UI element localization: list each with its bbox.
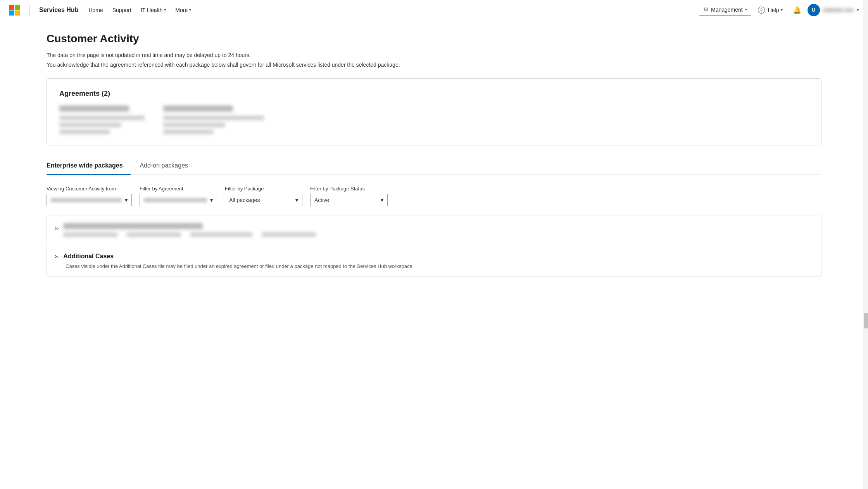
filters-row: Viewing Customer Activity from Filter by… bbox=[47, 186, 821, 206]
svg-rect-0 bbox=[9, 5, 14, 10]
agreement-1-line1 bbox=[59, 116, 145, 120]
filter-status-label: Filter by Package Status bbox=[310, 186, 388, 192]
navigation: Services Hub Home Support IT Health More… bbox=[0, 0, 868, 20]
bell-icon: 🔔 bbox=[793, 6, 801, 14]
filter-agreement-chevron-icon bbox=[210, 197, 213, 203]
package-expand-icon: › bbox=[55, 224, 59, 232]
additional-cases-expand-icon: › bbox=[55, 252, 59, 260]
logo-area: Services Hub bbox=[9, 5, 78, 16]
help-circle-icon: ? bbox=[758, 7, 765, 14]
svg-rect-2 bbox=[9, 10, 14, 16]
agreement-2-line2 bbox=[163, 123, 225, 127]
filter-viewing-value bbox=[51, 198, 122, 202]
filter-status-select[interactable]: Active bbox=[310, 194, 388, 206]
additional-cases-section: › Additional Cases Cases visible under t… bbox=[47, 245, 821, 276]
agreements-section: Agreements (2) bbox=[47, 78, 821, 145]
notifications-button[interactable]: 🔔 bbox=[790, 3, 804, 17]
more-chevron-icon bbox=[189, 8, 191, 12]
agreement-1-line2 bbox=[59, 123, 121, 127]
filter-package-label: Filter by Package bbox=[225, 186, 302, 192]
agreements-title: Agreements (2) bbox=[59, 90, 809, 98]
package-row[interactable]: › bbox=[47, 216, 821, 244]
additional-cases-title: Additional Cases bbox=[63, 253, 114, 260]
page-desc-1: The data on this page is not updated in … bbox=[47, 51, 821, 59]
agreement-2-title bbox=[163, 105, 233, 112]
filter-viewing-chevron-icon bbox=[125, 197, 128, 203]
gear-icon bbox=[703, 6, 709, 13]
agreement-card-1 bbox=[59, 105, 145, 134]
package-title bbox=[63, 223, 203, 229]
additional-cases-row[interactable]: › Additional Cases bbox=[55, 252, 813, 260]
svg-rect-3 bbox=[15, 10, 20, 16]
nav-links: Home Support IT Health More bbox=[85, 5, 699, 16]
help-chevron-icon bbox=[781, 8, 783, 12]
agreement-2-line3 bbox=[163, 130, 214, 134]
nav-divider bbox=[29, 5, 30, 15]
filter-status-chevron-icon bbox=[381, 197, 383, 203]
tab-enterprise-wide[interactable]: Enterprise wide packages bbox=[47, 158, 131, 175]
nav-home[interactable]: Home bbox=[85, 5, 107, 16]
avatar: U bbox=[808, 4, 820, 16]
filter-agreement-label: Filter by Agreement bbox=[140, 186, 217, 192]
filter-package-select[interactable]: All packages bbox=[225, 194, 302, 206]
package-meta-3 bbox=[190, 232, 252, 237]
nav-it-health[interactable]: IT Health bbox=[137, 5, 170, 16]
tab-add-on[interactable]: Add-on packages bbox=[140, 158, 196, 175]
nav-more[interactable]: More bbox=[171, 5, 195, 16]
user-name: redacted user bbox=[823, 7, 854, 13]
microsoft-logo bbox=[9, 5, 20, 16]
filter-agreement: Filter by Agreement bbox=[140, 186, 217, 206]
nav-support[interactable]: Support bbox=[109, 5, 135, 16]
filter-viewing-select[interactable] bbox=[47, 194, 132, 206]
agreements-grid bbox=[59, 105, 809, 134]
package-content bbox=[63, 223, 813, 237]
filter-agreement-value bbox=[144, 198, 207, 202]
package-section: › bbox=[47, 216, 821, 244]
it-health-chevron-icon bbox=[164, 8, 166, 12]
user-profile[interactable]: U redacted user bbox=[808, 4, 859, 16]
package-meta-row bbox=[63, 232, 813, 237]
scrollbar-track bbox=[863, 0, 868, 295]
filter-viewing-label: Viewing Customer Activity from bbox=[47, 186, 132, 192]
management-menu[interactable]: Management bbox=[699, 3, 751, 16]
agreement-1-title bbox=[59, 105, 129, 112]
filter-package-chevron-icon bbox=[295, 197, 298, 203]
package-meta-1 bbox=[63, 232, 117, 237]
svg-rect-1 bbox=[15, 5, 20, 10]
agreement-card-2 bbox=[163, 105, 264, 134]
page-title: Customer Activity bbox=[47, 33, 821, 45]
management-chevron-icon bbox=[745, 7, 747, 12]
user-caret-icon bbox=[857, 8, 859, 12]
tabs-bar: Enterprise wide packages Add-on packages bbox=[47, 158, 821, 175]
main-content: Customer Activity The data on this page … bbox=[0, 20, 868, 295]
filter-package: Filter by Package All packages bbox=[225, 186, 302, 206]
filter-agreement-select[interactable] bbox=[140, 194, 217, 206]
package-meta-2 bbox=[127, 232, 181, 237]
agreement-2-line1 bbox=[163, 116, 264, 120]
help-menu[interactable]: ? Help bbox=[754, 4, 787, 16]
additional-cases-desc: Cases visible under the Additional Cases… bbox=[66, 263, 813, 269]
page-desc-2: You acknowledge that the agreement refer… bbox=[47, 61, 821, 69]
nav-right: Management ? Help 🔔 U redacted user bbox=[699, 3, 859, 17]
package-meta-4 bbox=[262, 232, 316, 237]
filter-viewing: Viewing Customer Activity from bbox=[47, 186, 132, 206]
filter-package-status: Filter by Package Status Active bbox=[310, 186, 388, 206]
agreement-1-line3 bbox=[59, 130, 110, 134]
nav-brand: Services Hub bbox=[39, 7, 78, 14]
